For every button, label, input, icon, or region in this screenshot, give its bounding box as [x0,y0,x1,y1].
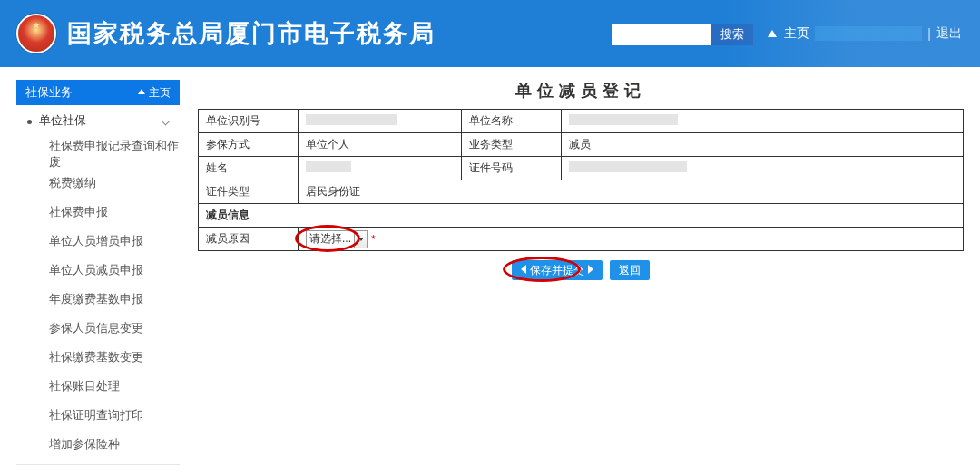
user-label [815,26,922,41]
emblem-icon [16,14,56,53]
sidebar-group-head[interactable]: 单位社保 [16,105,180,136]
button-row: 保存并提交 返回 [198,260,964,280]
sidebar: 社保业务 主页 单位社保 社保费申报记录查询和作废 税费缴纳 社保费申报 单位人… [16,80,180,465]
submit-button[interactable]: 保存并提交 [512,260,603,280]
page-title: 单位减员登记 [198,80,964,102]
insure-mode-label: 参保方式 [199,133,299,157]
cert-no-label: 证件号码 [462,157,562,180]
search-input[interactable] [612,24,711,45]
sidebar-group: 单位社保 社保费申报记录查询和作废 税费缴纳 社保费申报 单位人员增员申报 单位… [16,105,180,465]
logout-link[interactable]: 退出 [936,25,962,42]
sidebar-module-label: 社保业务 [25,84,73,101]
sidebar-item[interactable]: 单位人员减员申报 [16,256,180,285]
unit-id-label: 单位识别号 [199,110,299,133]
sidebar-item[interactable]: 社保证明查询打印 [16,401,180,430]
unit-name-value [562,110,964,133]
sidebar-header: 社保业务 主页 [16,80,180,105]
biz-type-value: 减员 [562,133,964,157]
home-link[interactable]: 主页 [784,25,809,42]
sidebar-item[interactable]: 参保人员信息变更 [16,314,180,343]
reason-label: 减员原因 [199,228,299,251]
back-button[interactable]: 返回 [610,260,650,280]
triangle-left-icon [521,265,526,274]
search-button[interactable]: 搜索 [711,24,753,45]
chevron-down-icon [162,116,171,125]
sidebar-item[interactable]: 社保缴费基数变更 [16,343,180,372]
divider: | [927,26,931,41]
name-value [299,157,462,180]
top-links: 主页 | 退出 [768,25,962,42]
sidebar-items: 社保费申报记录查询和作废 税费缴纳 社保费申报 单位人员增员申报 单位人员减员申… [16,136,180,464]
sidebar-item[interactable]: 社保费申报记录查询和作废 [16,140,180,169]
sidebar-group-label: 单位社保 [27,112,86,129]
reason-select[interactable]: 请选择... [306,230,355,248]
reason-select-wrap: 请选择... * [306,230,376,248]
home-icon [138,89,145,94]
app-header: 国家税务总局厦门市电子税务局 搜索 主页 | 退出 [0,0,980,67]
sidebar-item[interactable]: 税费缴纳 [16,169,180,198]
section-header: 减员信息 [199,204,964,228]
cert-type-value: 居民身份证 [299,180,964,204]
sidebar-item[interactable]: 社保账目处理 [16,372,180,401]
dropdown-arrow-icon[interactable] [355,230,368,248]
biz-type-label: 业务类型 [462,133,562,157]
app-title: 国家税务总局厦门市电子税务局 [67,17,436,50]
unit-id-value [299,110,462,133]
sidebar-item[interactable]: 社保费申报 [16,198,180,227]
sidebar-home-link[interactable]: 主页 [138,85,171,101]
sidebar-item[interactable]: 增加参保险种 [16,430,180,459]
search-group: 搜索 [612,24,753,45]
sidebar-item[interactable]: 年度缴费基数申报 [16,285,180,314]
home-icon [768,30,777,37]
main-content: 单位减员登记 单位识别号 单位名称 参保方式 单位个人 业务类型 减员 姓名 证… [180,80,964,465]
required-mark: * [371,233,376,246]
reason-cell: 请选择... * [299,228,964,251]
cert-no-value [562,157,964,180]
name-label: 姓名 [199,157,299,180]
sidebar-home-label: 主页 [149,85,171,101]
sidebar-item[interactable]: 单位人员增员申报 [16,227,180,256]
insure-mode-value: 单位个人 [299,133,462,157]
cert-type-label: 证件类型 [199,180,299,204]
form-table: 单位识别号 单位名称 参保方式 单位个人 业务类型 减员 姓名 证件号码 证件类… [198,109,964,251]
triangle-right-icon [588,265,593,274]
unit-name-label: 单位名称 [462,110,562,133]
